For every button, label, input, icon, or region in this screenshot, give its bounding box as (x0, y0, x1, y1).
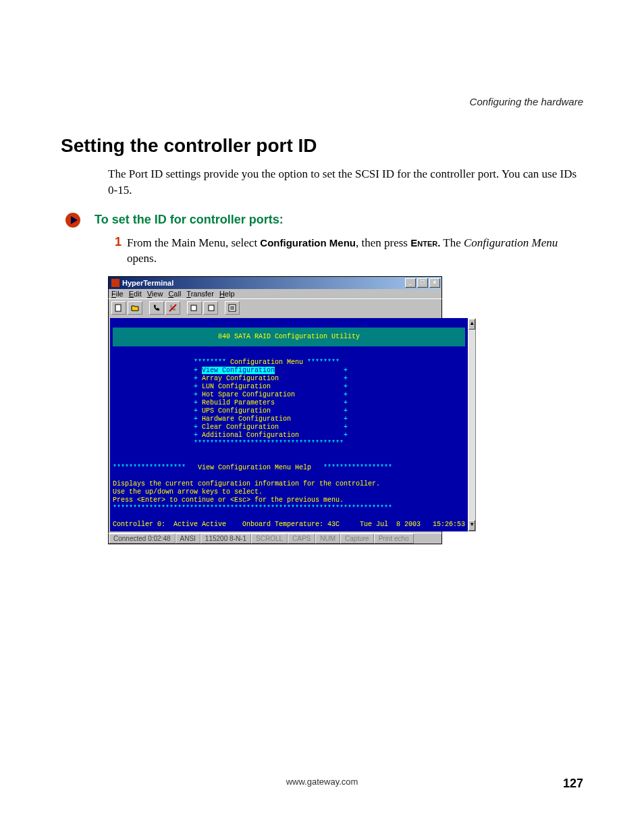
spacer (113, 423, 194, 431)
new-connection-icon[interactable] (111, 301, 126, 315)
app-icon (111, 279, 119, 287)
spacer (113, 359, 194, 366)
receive-icon[interactable] (203, 301, 218, 315)
status-datetime: Tue Jul 8 2003 15:26:53 (360, 521, 465, 528)
menu-border: + (271, 383, 348, 390)
menu-border: + (194, 367, 202, 374)
status-emulation: ANSI (176, 533, 200, 544)
ui-label: Configuration Menu (260, 237, 356, 249)
page-title: Setting the controller port ID (61, 135, 583, 157)
scroll-down-icon[interactable]: ▼ (468, 520, 475, 531)
menu-border: + (271, 407, 348, 415)
procedure-title: To set the ID for controller ports: (95, 213, 284, 227)
maximize-button[interactable]: □ (417, 278, 428, 288)
menu-border: + (194, 423, 202, 431)
menu-item[interactable]: Hot Spare Configuration (202, 391, 295, 398)
spacer (113, 407, 194, 415)
key-name: Enter. (410, 237, 440, 249)
step-number: 1 (108, 235, 122, 249)
menu-border: ******** (307, 359, 340, 366)
scroll-up-icon[interactable]: ▲ (468, 319, 475, 330)
menu-border: + (291, 415, 348, 423)
menu-border: + (194, 432, 202, 439)
status-printecho: Print echo (374, 533, 414, 544)
send-icon[interactable] (187, 301, 202, 315)
step-text: From the Main Menu, select (127, 236, 260, 249)
svg-rect-2 (115, 305, 121, 311)
menu-item[interactable]: Additional Configuration (202, 432, 299, 439)
spacer (113, 440, 194, 447)
running-head: Configuring the hardware (470, 96, 583, 107)
menubar[interactable]: File Edit View Call Transfer Help (108, 289, 442, 298)
menu-border: + (194, 415, 202, 423)
menu-edit[interactable]: Edit (129, 290, 142, 298)
menu-item[interactable]: LUN Configuration (202, 383, 271, 390)
status-connected: Connected 0:02:48 (109, 533, 176, 544)
open-icon[interactable] (128, 301, 142, 315)
call-icon[interactable] (149, 301, 164, 315)
scrollbar[interactable]: ▲ ▼ (468, 318, 476, 531)
menu-file[interactable]: File (111, 290, 124, 298)
menu-call[interactable]: Call (168, 290, 181, 298)
spacer (113, 415, 194, 423)
menu-item[interactable]: UPS Configuration (202, 407, 271, 415)
help-border: ****************************************… (113, 504, 392, 512)
window-titlebar[interactable]: HyperTerminal _ □ × (108, 276, 442, 289)
menu-border: + (194, 399, 202, 407)
menu-item[interactable]: Clear Configuration (202, 423, 279, 431)
ui-reference: Configuration Menu (464, 236, 558, 249)
help-line: Use the up/down arrow keys to select. (113, 488, 263, 496)
spacer (113, 375, 194, 382)
terminal-area[interactable]: 840 SATA RAID Configuration Utility ****… (110, 318, 468, 531)
status-controller: Controller 0: Active Active (113, 521, 226, 528)
menu-border: ************************************* (194, 440, 344, 447)
footer-url: www.gateway.com (0, 777, 644, 787)
page-number: 127 (563, 777, 583, 791)
menu-item[interactable]: Rebuild Parameters (202, 399, 275, 407)
spacer (113, 383, 194, 390)
status-temperature: Onboard Temperature: 43C (242, 521, 340, 528)
menu-transfer[interactable]: Transfer (186, 290, 214, 298)
menu-help[interactable]: Help (219, 290, 235, 298)
window-title: HyperTerminal (122, 279, 405, 287)
procedure-arrow-icon (65, 212, 81, 228)
menu-border: + (275, 399, 348, 407)
menu-border: + (279, 375, 348, 382)
status-scroll: SCROLL (251, 533, 288, 544)
status-num: NUM (315, 533, 340, 544)
statusbar: Connected 0:02:48 ANSI 115200 8-N-1 SCRO… (108, 533, 442, 544)
menu-border: + (194, 407, 202, 415)
spacer (113, 399, 194, 407)
spacer (113, 367, 194, 374)
step-body: From the Main Menu, select Configuration… (127, 235, 583, 267)
spacer (113, 432, 194, 439)
menu-border: + (295, 391, 348, 398)
menu-border: + (275, 367, 348, 374)
svg-rect-5 (209, 305, 214, 311)
menu-item-selected[interactable]: View Configuration (202, 367, 275, 374)
help-title: View Configuration Menu Help (186, 464, 323, 471)
close-button[interactable]: × (429, 278, 440, 288)
menu-view[interactable]: View (147, 290, 163, 298)
menu-border: + (194, 391, 202, 398)
menu-item[interactable]: Array Configuration (202, 375, 279, 382)
intro-paragraph: The Port ID settings provide you the opt… (108, 166, 583, 199)
help-line: Press <Enter> to continue or <Esc> for t… (113, 496, 344, 504)
help-line: Displays the current configuration infor… (113, 480, 380, 488)
spacer (113, 391, 194, 398)
help-border: ***************** (323, 464, 392, 471)
properties-icon[interactable] (225, 301, 240, 315)
toolbar (108, 298, 442, 317)
scroll-track[interactable] (468, 330, 475, 520)
status-port: 115200 8-N-1 (200, 533, 251, 544)
svg-rect-4 (191, 305, 196, 311)
terminal-banner: 840 SATA RAID Configuration Utility (113, 328, 465, 346)
menu-border: + (194, 375, 202, 382)
status-caps: CAPS (288, 533, 315, 544)
minimize-button[interactable]: _ (405, 278, 416, 288)
step-text: opens. (127, 252, 157, 265)
menu-item[interactable]: Hardware Configuration (202, 415, 291, 423)
screenshot: HyperTerminal _ □ × File Edit View Call … (108, 276, 442, 544)
menu-border: + (279, 423, 348, 431)
disconnect-icon[interactable] (165, 301, 180, 315)
